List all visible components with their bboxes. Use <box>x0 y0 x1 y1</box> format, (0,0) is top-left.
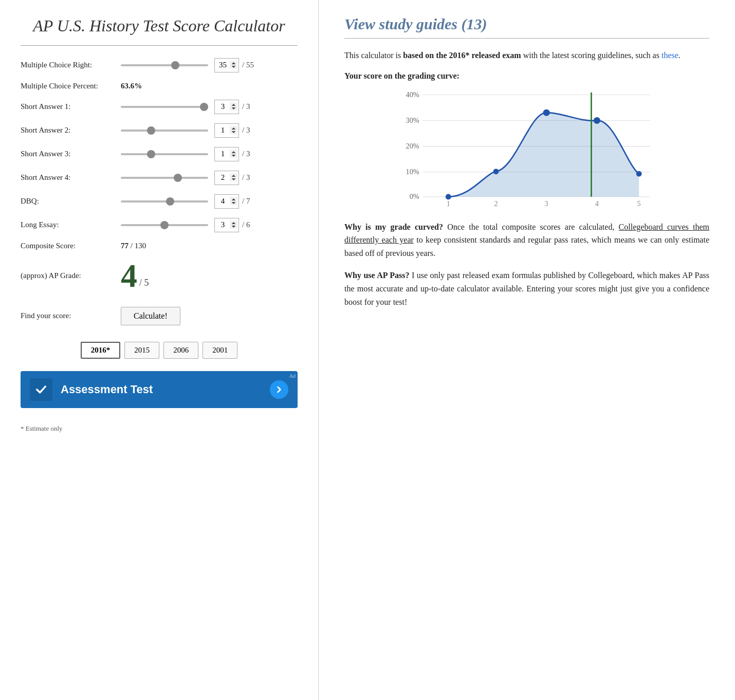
ad-text: Assessment Test <box>61 383 262 396</box>
dbq-label: DBQ: <box>21 197 121 206</box>
footnote: * Estimate only <box>21 425 298 433</box>
short-answer-2-input-group: / 3 <box>214 123 250 138</box>
long-essay-max: / 6 <box>242 220 250 229</box>
long-essay-input-group: / 6 <box>214 218 250 232</box>
short-answer-4-max: / 3 <box>242 173 250 182</box>
y-label-10: 10% <box>406 168 419 176</box>
checkbox-icon <box>34 382 48 397</box>
grading-curve-title: Your score on the grading curve: <box>344 71 709 81</box>
year-tabs: 2016* 2015 2006 2001 <box>21 342 298 359</box>
these-link[interactable]: these <box>662 51 678 60</box>
long-essay-slider-container: / 6 <box>121 218 298 232</box>
long-essay-row: Long Essay: / 6 <box>21 218 298 232</box>
short-answer-2-slider-container: / 3 <box>121 123 298 138</box>
ap-grade-number: 4 <box>121 260 137 292</box>
intro-bold: based on the 2016* released exam <box>403 51 521 60</box>
why-ap-pass-paragraph: Why use AP Pass? I use only past release… <box>344 269 709 308</box>
multiple-choice-right-slider-container: / 55 <box>121 58 298 72</box>
ad-arrow-button[interactable] <box>270 380 288 399</box>
calculate-button[interactable]: Calculate! <box>121 307 180 325</box>
title-divider <box>21 45 298 46</box>
composite-score-value: 77 / 130 <box>121 242 146 250</box>
ap-grade-max: / 5 <box>139 278 149 288</box>
x-label-5: 5 <box>637 199 641 208</box>
year-tab-2016[interactable]: 2016* <box>81 342 121 359</box>
short-answer-1-input-group: / 3 <box>214 100 250 114</box>
short-answer-2-label: Short Answer 2: <box>21 126 121 135</box>
short-answer-4-row: Short Answer 4: / 3 <box>21 171 298 185</box>
why-ap-pass-bold: Why use AP Pass? <box>344 271 409 280</box>
dot-score4 <box>594 117 600 124</box>
multiple-choice-right-row: Multiple Choice Right: / 55 <box>21 58 298 72</box>
dbq-input-group: / 7 <box>214 194 250 209</box>
short-answer-4-label: Short Answer 4: <box>21 173 121 182</box>
y-label-40: 40% <box>406 90 419 98</box>
x-label-3: 3 <box>545 199 548 208</box>
grading-curve-chart: 40% 30% 20% 10% 0% 1 <box>344 87 709 210</box>
why-curved-bold: Why is my grade curved? <box>344 223 443 231</box>
short-answer-3-input-group: / 3 <box>214 147 250 161</box>
short-answer-3-slider[interactable] <box>121 153 208 155</box>
short-answer-2-slider[interactable] <box>121 130 208 132</box>
find-score-label: Find your score: <box>21 311 121 320</box>
x-label-4: 4 <box>595 199 599 208</box>
dbq-max: / 7 <box>242 197 250 206</box>
why-curved-text1: Once the total composite scores are calc… <box>447 223 618 231</box>
long-essay-slider[interactable] <box>121 224 208 226</box>
short-answer-1-max: / 3 <box>242 102 250 111</box>
short-answer-1-label: Short Answer 1: <box>21 102 121 111</box>
ad-badge: Ad <box>289 373 296 379</box>
dot-score2 <box>493 169 499 174</box>
short-answer-4-slider-container: / 3 <box>121 171 298 185</box>
intro-part1: This calculator is <box>344 51 403 60</box>
y-label-0: 0% <box>410 192 419 200</box>
dbq-slider-container: / 7 <box>121 194 298 209</box>
dbq-input[interactable] <box>214 194 239 209</box>
short-answer-1-slider[interactable] <box>121 106 208 108</box>
x-label-2: 2 <box>494 199 498 208</box>
year-tab-2015[interactable]: 2015 <box>124 342 159 359</box>
composite-score-row: Composite Score: 77 / 130 <box>21 242 298 250</box>
ad-banner[interactable]: Assessment Test Ad <box>21 371 298 408</box>
multiple-choice-right-slider[interactable] <box>121 64 208 66</box>
dbq-slider[interactable] <box>121 200 208 202</box>
dot-score3 <box>543 109 550 116</box>
multiple-choice-right-label: Multiple Choice Right: <box>21 61 121 69</box>
page-title: AP U.S. History Test Score Calculator <box>21 15 298 37</box>
long-essay-label: Long Essay: <box>21 220 121 229</box>
view-guides-title[interactable]: View study guides (13) <box>344 15 709 33</box>
short-answer-3-label: Short Answer 3: <box>21 150 121 158</box>
year-tab-2001[interactable]: 2001 <box>203 342 237 359</box>
why-curved-paragraph: Why is my grade curved? Once the total c… <box>344 220 709 260</box>
short-answer-3-row: Short Answer 3: / 3 <box>21 147 298 161</box>
ap-grade-display: 4 / 5 <box>121 260 149 292</box>
curve-svg: 40% 30% 20% 10% 0% 1 <box>344 87 709 210</box>
intro-paragraph: This calculator is based on the 2016* re… <box>344 49 709 62</box>
long-essay-input[interactable] <box>214 218 239 232</box>
short-answer-1-row: Short Answer 1: / 3 <box>21 100 298 114</box>
dot-score1 <box>446 194 451 199</box>
short-answer-4-slider[interactable] <box>121 177 208 179</box>
right-divider <box>344 38 709 39</box>
intro-part3: . <box>678 51 681 60</box>
short-answer-3-input[interactable] <box>214 147 239 161</box>
intro-part2: with the latest scoring guidelines, such… <box>521 51 662 60</box>
short-answer-1-input[interactable] <box>214 100 239 114</box>
short-answer-4-input-group: / 3 <box>214 171 250 185</box>
short-answer-3-slider-container: / 3 <box>121 147 298 161</box>
short-answer-4-input[interactable] <box>214 171 239 185</box>
y-label-30: 30% <box>406 116 419 124</box>
short-answer-2-input[interactable] <box>214 123 239 138</box>
multiple-choice-right-max: / 55 <box>242 61 254 69</box>
right-panel: View study guides (13) This calculator i… <box>319 0 735 700</box>
short-answer-3-max: / 3 <box>242 150 250 158</box>
multiple-choice-right-input-group: / 55 <box>214 58 254 72</box>
dot-score5 <box>636 171 642 176</box>
arrow-right-icon <box>274 384 284 395</box>
y-label-20: 20% <box>406 142 419 150</box>
find-score-row: Find your score: Calculate! <box>21 307 298 325</box>
year-tab-2006[interactable]: 2006 <box>163 342 198 359</box>
multiple-choice-right-input[interactable] <box>214 58 239 72</box>
dbq-row: DBQ: / 7 <box>21 194 298 209</box>
short-answer-1-slider-container: / 3 <box>121 100 298 114</box>
